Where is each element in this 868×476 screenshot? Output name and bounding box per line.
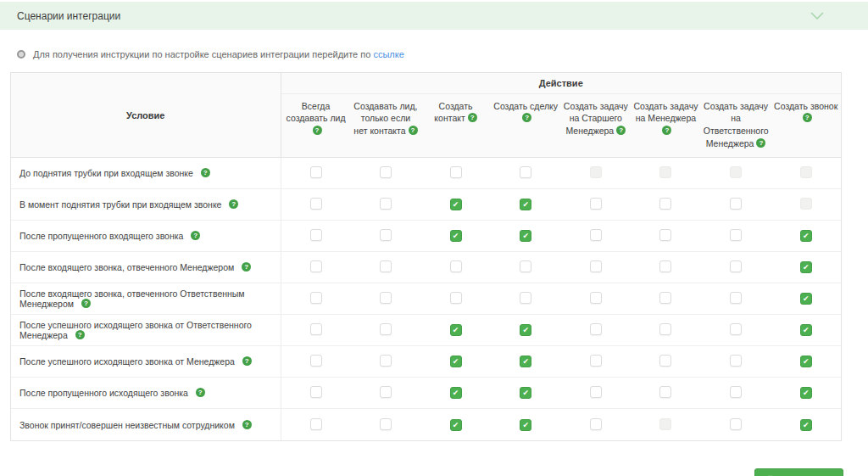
checkbox-unchecked[interactable]: [590, 198, 602, 210]
checkbox-unchecked[interactable]: [730, 386, 742, 398]
checkbox-unchecked[interactable]: [659, 198, 671, 210]
checkbox-checked[interactable]: ✔: [800, 261, 812, 273]
column-help-icon[interactable]: ?: [616, 126, 626, 135]
checkbox-unchecked[interactable]: [659, 260, 671, 272]
condition-help-icon[interactable]: ?: [242, 356, 252, 366]
checkbox-unchecked[interactable]: [730, 198, 742, 210]
column-help-icon[interactable]: ?: [313, 126, 322, 135]
checkbox-checked[interactable]: ✔: [450, 387, 462, 399]
column-help-icon[interactable]: ?: [756, 138, 765, 148]
checkbox-unchecked[interactable]: [730, 229, 742, 241]
checkbox-unchecked[interactable]: [590, 418, 602, 430]
checkbox-checked[interactable]: ✔: [450, 356, 462, 367]
column-help-icon[interactable]: ?: [662, 126, 671, 135]
instruction-link[interactable]: ссылке: [373, 49, 403, 59]
checkbox-unchecked[interactable]: [380, 260, 392, 272]
checkbox-unchecked[interactable]: [310, 418, 322, 430]
condition-help-icon[interactable]: ?: [75, 330, 85, 339]
checkbox-unchecked[interactable]: [659, 323, 671, 335]
checkbox-unchecked[interactable]: [380, 355, 392, 367]
checkbox-unchecked[interactable]: [520, 166, 531, 178]
column-help-icon[interactable]: ?: [522, 113, 531, 122]
checkbox-unchecked[interactable]: [380, 386, 392, 398]
checkbox-cell: [351, 221, 421, 252]
condition-help-icon[interactable]: ?: [201, 168, 210, 177]
checkbox-unchecked[interactable]: [590, 323, 602, 335]
checkbox-unchecked[interactable]: [380, 198, 392, 210]
checkbox-unchecked[interactable]: [590, 229, 602, 241]
checkbox-cell: [281, 283, 351, 315]
checkbox-unchecked[interactable]: [730, 260, 742, 272]
checkbox-unchecked[interactable]: [659, 386, 671, 398]
column-header-7: Создать задачу на Ответственного Менедже…: [701, 93, 771, 158]
checkbox-unchecked[interactable]: [450, 260, 462, 272]
checkbox-checked[interactable]: ✔: [520, 419, 531, 431]
checkbox-checked[interactable]: ✔: [520, 387, 531, 399]
condition-column-header: Условие: [11, 73, 281, 158]
column-help-icon[interactable]: ?: [803, 113, 812, 122]
column-header-label: Всегда создавать лид: [287, 101, 346, 124]
checkbox-cell: [281, 189, 351, 221]
checkbox-unchecked[interactable]: [310, 386, 322, 398]
checkbox-unchecked[interactable]: [380, 323, 392, 335]
condition-help-icon[interactable]: ?: [81, 299, 91, 308]
checkbox-unchecked[interactable]: [659, 292, 671, 304]
checkbox-unchecked[interactable]: [659, 229, 671, 241]
checkbox-unchecked[interactable]: [590, 386, 602, 398]
checkbox-unchecked[interactable]: [310, 198, 322, 210]
checkbox-unchecked[interactable]: [590, 292, 602, 304]
checkbox-unchecked[interactable]: [450, 166, 462, 178]
condition-help-icon[interactable]: ?: [229, 199, 238, 209]
checkbox-unchecked[interactable]: [380, 166, 392, 178]
checkbox-checked[interactable]: ✔: [520, 324, 531, 336]
checkbox-unchecked[interactable]: [310, 355, 322, 367]
condition-help-icon[interactable]: ?: [196, 388, 205, 397]
checkbox-checked[interactable]: ✔: [450, 419, 462, 431]
checkbox-checked[interactable]: ✔: [800, 387, 812, 399]
checkbox-unchecked[interactable]: [380, 418, 392, 430]
condition-help-icon[interactable]: ?: [242, 262, 251, 272]
checkbox-checked[interactable]: ✔: [520, 199, 531, 210]
checkbox-cell: [420, 283, 491, 315]
checkbox-checked[interactable]: ✔: [520, 356, 531, 367]
checkbox-unchecked[interactable]: [730, 418, 742, 430]
condition-help-icon[interactable]: ?: [191, 231, 200, 240]
table-row: До поднятия трубки при входящем звонке ?: [11, 158, 841, 189]
checkbox-checked[interactable]: ✔: [800, 230, 812, 242]
checkbox-unchecked[interactable]: [730, 292, 742, 304]
checkbox-unchecked[interactable]: [380, 229, 392, 241]
checkbox-unchecked[interactable]: [659, 355, 671, 367]
column-help-icon[interactable]: ?: [468, 113, 477, 122]
condition-cell: До поднятия трубки при входящем звонке ?: [11, 158, 281, 189]
chevron-down-icon[interactable]: [810, 12, 824, 20]
checkbox-unchecked[interactable]: [730, 355, 742, 367]
checkbox-checked[interactable]: ✔: [800, 419, 812, 431]
checkbox-unchecked[interactable]: [310, 323, 322, 335]
checkbox-checked[interactable]: ✔: [800, 324, 812, 336]
condition-cell: После успешного исходящего звонка от Мен…: [11, 346, 281, 378]
checkbox-cell: [561, 315, 632, 346]
save-button[interactable]: Сохранить: [754, 468, 843, 476]
checkbox-checked[interactable]: ✔: [450, 324, 462, 336]
checkbox-checked[interactable]: ✔: [520, 230, 531, 242]
checkbox-unchecked[interactable]: [520, 260, 531, 272]
checkbox-unchecked[interactable]: [590, 355, 602, 367]
checkbox-checked[interactable]: ✔: [450, 230, 462, 242]
checkbox-unchecked[interactable]: [450, 292, 462, 304]
checkbox-unchecked[interactable]: [380, 292, 392, 304]
column-help-icon[interactable]: ?: [409, 126, 418, 135]
checkbox-unchecked[interactable]: [520, 292, 531, 304]
checkbox-unchecked[interactable]: [310, 229, 322, 241]
checkbox-unchecked[interactable]: [310, 292, 322, 304]
checkbox-checked[interactable]: ✔: [800, 356, 812, 367]
checkbox-checked[interactable]: ✔: [450, 199, 462, 210]
table-row: После пропущенного исходящего звонка ?✔✔…: [11, 378, 841, 409]
integration-scenarios-accordion-header[interactable]: Сценарии интеграции: [0, 2, 868, 30]
checkbox-unchecked[interactable]: [730, 323, 742, 335]
checkbox-unchecked[interactable]: [310, 260, 322, 272]
condition-label: После успешного исходящего звонка от Мен…: [19, 356, 240, 367]
checkbox-checked[interactable]: ✔: [800, 293, 812, 305]
condition-help-icon[interactable]: ?: [242, 420, 252, 429]
checkbox-unchecked[interactable]: [310, 166, 322, 178]
checkbox-unchecked[interactable]: [590, 260, 602, 272]
